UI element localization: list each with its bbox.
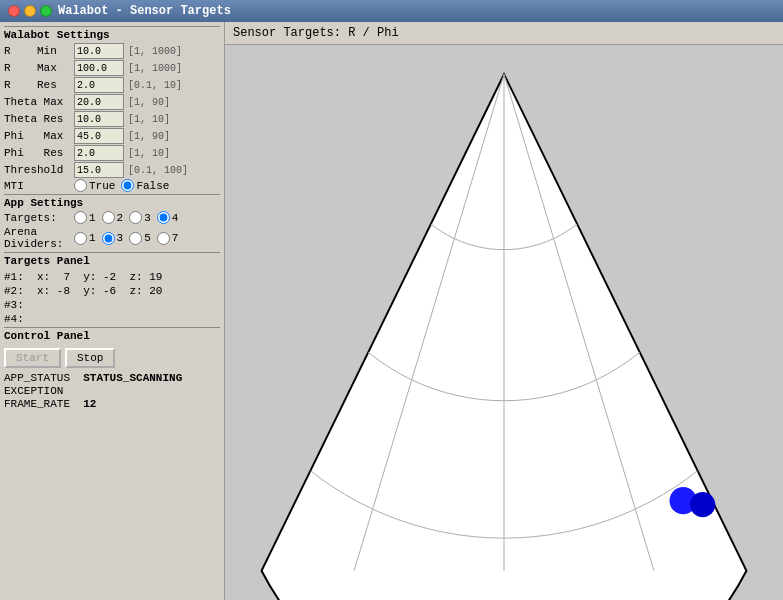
sensor-canvas [225,45,783,600]
theta-max-row: Theta Max [1, 90] [4,94,220,110]
target-3-row: #3: [4,299,220,313]
r-min-label: R Min [4,45,74,57]
walabot-settings-header: Walabot Settings [4,26,220,41]
phi-max-input[interactable] [74,128,124,144]
sensor-title: Sensor Targets: R / Phi [225,22,783,45]
r-min-row: R Min [1, 1000] [4,43,220,59]
threshold-input[interactable] [74,162,124,178]
app-settings-header: App Settings [4,194,220,209]
targets-1-radio[interactable] [74,211,87,224]
arena-1-radio[interactable] [74,232,87,245]
radar-svg [225,45,783,600]
threshold-row: Threshold [0.1, 100] [4,162,220,178]
app-status-row: APP_STATUS STATUS_SCANNING [4,372,220,384]
r-max-row: R Max [1, 1000] [4,60,220,76]
theta-res-label: Theta Res [4,113,74,125]
exception-row: EXCEPTION [4,385,220,397]
targets-2-radio[interactable] [102,211,115,224]
arena-radio-group[interactable]: 1 3 5 7 [74,232,178,245]
window-controls[interactable] [8,5,52,17]
mti-true-radio[interactable] [74,179,87,192]
frame-rate-value: 12 [83,398,96,410]
phi-res-input[interactable] [74,145,124,161]
targets-2-label[interactable]: 2 [102,211,124,224]
theta-res-input[interactable] [74,111,124,127]
threshold-range: [0.1, 100] [128,165,188,176]
arena-7-label[interactable]: 7 [157,232,179,245]
left-panel: Walabot Settings R Min [1, 1000] R Max [… [0,22,225,600]
phi-res-label: Phi Res [4,147,74,159]
stop-button[interactable]: Stop [65,348,115,368]
control-panel-header: Control Panel [4,327,220,342]
targets-4-label[interactable]: 4 [157,211,179,224]
target-1-row: #1: x: 7 y: -2 z: 19 [4,271,220,285]
arena-7-radio[interactable] [157,232,170,245]
targets-3-radio[interactable] [129,211,142,224]
targets-1-label[interactable]: 1 [74,211,96,224]
targets-panel-header: Targets Panel [4,252,220,267]
minimize-button[interactable] [24,5,36,17]
control-buttons: Start Stop [4,348,220,368]
r-res-row: R Res [0.1, 10] [4,77,220,93]
arena-5-radio[interactable] [129,232,142,245]
r-min-range: [1, 1000] [128,46,182,57]
mti-true-label[interactable]: True [74,179,115,192]
r-max-input[interactable] [74,60,124,76]
theta-max-range: [1, 90] [128,97,170,108]
frame-rate-row: FRAME_RATE 12 [4,398,220,410]
theta-res-range: [1, 10] [128,114,170,125]
mti-radio-group[interactable]: True False [74,179,169,192]
r-max-range: [1, 1000] [128,63,182,74]
r-res-range: [0.1, 10] [128,80,182,91]
threshold-label: Threshold [4,164,74,176]
right-panel: Sensor Targets: R / Phi [225,22,783,600]
phi-res-row: Phi Res [1, 10] [4,145,220,161]
maximize-button[interactable] [40,5,52,17]
window-title: Walabot - Sensor Targets [58,4,231,18]
targets-radio-group[interactable]: 1 2 3 4 [74,211,178,224]
target-4-row: #4: [4,313,220,327]
r-res-label: R Res [4,79,74,91]
targets-4-radio[interactable] [157,211,170,224]
close-button[interactable] [8,5,20,17]
phi-max-label: Phi Max [4,130,74,142]
mti-false-radio[interactable] [121,179,134,192]
theta-max-input[interactable] [74,94,124,110]
app-status-value: STATUS_SCANNING [83,372,182,384]
r-max-label: R Max [4,62,74,74]
arena-5-label[interactable]: 5 [129,232,151,245]
arena-row: Arena Dividers: 1 3 5 7 [4,226,220,250]
phi-max-range: [1, 90] [128,131,170,142]
arena-3-label[interactable]: 3 [102,232,124,245]
mti-label: MTI [4,180,74,192]
theta-res-row: Theta Res [1, 10] [4,111,220,127]
mti-row: MTI True False [4,179,220,192]
arena-1-label[interactable]: 1 [74,232,96,245]
targets-panel: #1: x: 7 y: -2 z: 19 #2: x: -8 y: -6 z: … [4,271,220,327]
arena-label: Arena Dividers: [4,226,74,250]
arena-3-radio[interactable] [102,232,115,245]
title-bar: Walabot - Sensor Targets [0,0,783,22]
r-res-input[interactable] [74,77,124,93]
target-dot-2 [690,492,715,517]
mti-false-label[interactable]: False [121,179,169,192]
phi-res-range: [1, 10] [128,148,170,159]
target-2-row: #2: x: -8 y: -6 z: 20 [4,285,220,299]
r-min-input[interactable] [74,43,124,59]
targets-row: Targets: 1 2 3 4 [4,211,220,224]
start-button[interactable]: Start [4,348,61,368]
targets-label: Targets: [4,212,74,224]
theta-max-label: Theta Max [4,96,74,108]
targets-3-label[interactable]: 3 [129,211,151,224]
phi-max-row: Phi Max [1, 90] [4,128,220,144]
